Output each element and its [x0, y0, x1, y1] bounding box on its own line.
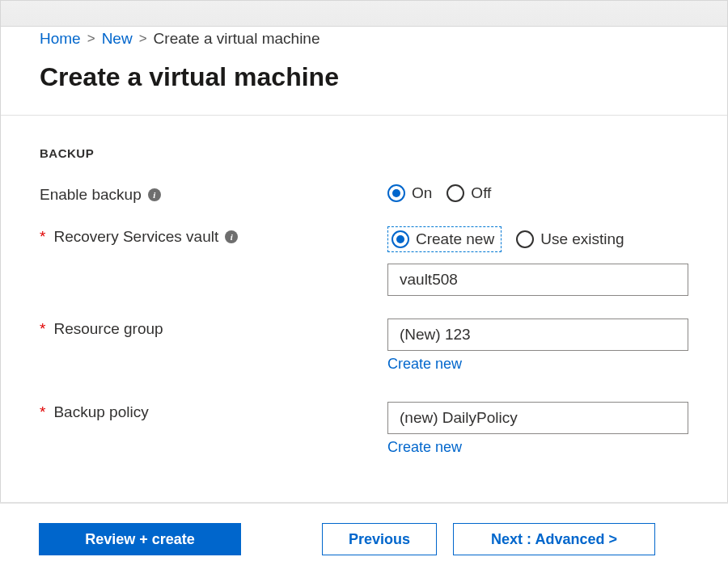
field-recovery-vault: * Recovery Services vault i Create new U… [40, 226, 688, 252]
radio-vault-create-new[interactable]: Create new [392, 230, 494, 248]
form-content: BACKUP Enable backup i On Off * Recovery… [1, 116, 727, 495]
backup-policy-input[interactable] [387, 402, 688, 434]
breadcrumb-current: Create a virtual machine [154, 30, 320, 48]
radio-indicator-icon [387, 184, 405, 202]
field-enable-backup: Enable backup i On Off [40, 184, 688, 204]
field-vault-name [40, 264, 688, 296]
label-text: Recovery Services vault [53, 228, 218, 246]
wizard-footer: Review + create Previous Next : Advanced… [0, 502, 728, 578]
previous-button[interactable]: Previous [322, 523, 437, 555]
radio-label: Create new [416, 230, 494, 248]
review-create-button[interactable]: Review + create [39, 523, 241, 555]
next-advanced-button[interactable]: Next : Advanced > [453, 523, 655, 555]
backup-policy-create-new-link[interactable]: Create new [387, 439, 462, 456]
radio-indicator-icon [392, 230, 409, 248]
info-icon[interactable]: i [148, 188, 161, 201]
vault-name-input[interactable] [387, 264, 688, 296]
label-text: Backup policy [53, 403, 148, 421]
field-backup-policy: * Backup policy Create new [40, 402, 688, 456]
info-icon[interactable]: i [225, 230, 238, 243]
chevron-right-icon: > [139, 31, 147, 47]
window-chrome-bar [1, 1, 727, 27]
label-text: Resource group [53, 320, 163, 338]
label-enable-backup: Enable backup i [40, 184, 387, 204]
label-backup-policy: * Backup policy [40, 402, 387, 421]
resource-group-input[interactable] [387, 319, 688, 351]
required-indicator: * [40, 403, 45, 421]
radio-enable-backup-off[interactable]: Off [447, 184, 491, 202]
required-indicator: * [40, 228, 45, 246]
label-recovery-vault: * Recovery Services vault i [40, 226, 387, 246]
resource-group-create-new-link[interactable]: Create new [387, 356, 462, 373]
radio-indicator-icon [447, 184, 464, 202]
breadcrumb-home[interactable]: Home [40, 30, 81, 48]
radio-indicator-icon [516, 230, 534, 248]
label-text: Enable backup [40, 186, 142, 204]
radio-label: Use existing [540, 230, 624, 248]
radio-group-enable-backup: On Off [387, 184, 688, 202]
label-resource-group: * Resource group [40, 319, 387, 338]
radio-enable-backup-on[interactable]: On [387, 184, 432, 202]
radio-label: On [412, 184, 432, 202]
breadcrumb-new[interactable]: New [102, 30, 133, 48]
radio-vault-use-existing[interactable]: Use existing [516, 230, 624, 248]
radio-group-recovery-vault: Create new Use existing [387, 226, 688, 252]
radio-focus-outline: Create new [387, 226, 502, 252]
required-indicator: * [40, 320, 45, 338]
chevron-right-icon: > [87, 31, 95, 47]
field-resource-group: * Resource group Create new [40, 319, 688, 373]
section-heading-backup: BACKUP [40, 146, 688, 160]
radio-label: Off [471, 184, 491, 202]
breadcrumb: Home > New > Create a virtual machine [1, 27, 727, 56]
page-title: Create a virtual machine [1, 56, 727, 116]
